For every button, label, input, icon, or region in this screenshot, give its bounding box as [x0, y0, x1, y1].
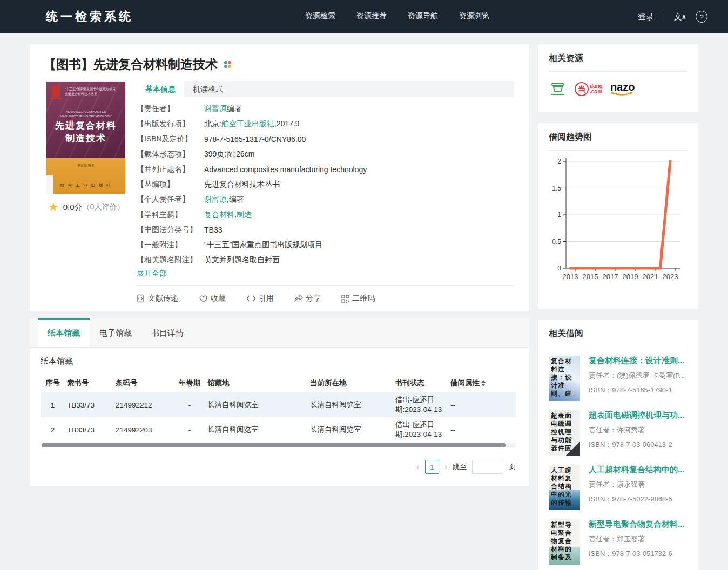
related-book-title[interactable]: 超表面电磁调控机理与功...: [589, 410, 687, 420]
nav-item-2[interactable]: 资源导航: [408, 11, 438, 21]
book-thumbnail[interactable]: 复合材料连接：设计准则、建: [549, 356, 580, 401]
amazon-icon[interactable]: nazo: [610, 81, 642, 97]
field-row: 【责任者】谢富原编著: [137, 101, 514, 117]
svg-text:2013: 2013: [563, 273, 578, 281]
field-value: 复合材料,制造: [204, 210, 252, 220]
login-link[interactable]: 登录: [638, 12, 654, 22]
language-icon[interactable]: 文A: [674, 12, 686, 22]
holdings-tab-0[interactable]: 纸本馆藏: [38, 318, 90, 347]
quote-icon: [246, 295, 256, 302]
action-二维码[interactable]: 二维码: [341, 294, 375, 303]
field-text: 先进复合材料技术丛书: [204, 180, 280, 188]
field-link[interactable]: 谢富原: [204, 104, 227, 113]
table-header: 索书号: [65, 374, 113, 392]
expand-all-link[interactable]: 展开全部: [137, 269, 167, 279]
page-title: 【图书】先进复合材料制造技术: [44, 56, 514, 73]
scrollbar-thumb[interactable]: [42, 443, 506, 447]
related-book-isbn: ISBN：978-7-03-051732-6: [589, 549, 687, 559]
related-book-title[interactable]: 人工超材料复合结构中的...: [589, 465, 687, 475]
prev-page-icon[interactable]: ‹: [416, 462, 419, 472]
related-book-title[interactable]: 新型导电聚合物复合材料...: [589, 519, 687, 530]
doc-transfer-icon: [137, 294, 145, 303]
book-detail-card: 【图书】先进复合材料制造技术 “十三五”国家重点图书出版规划项目先进复合材料技术…: [30, 44, 529, 311]
field-label: 【丛编项】: [137, 180, 204, 189]
field-label: 【中图法分类号】: [137, 225, 204, 235]
detail-tab-1[interactable]: 机读格式: [184, 81, 232, 97]
action-label: 引用: [259, 294, 274, 303]
field-row: 【相关题名附注】英文并列题名取自封面: [137, 253, 514, 268]
action-收藏[interactable]: 收藏: [199, 294, 226, 303]
field-link[interactable]: 航空工业出版社: [221, 119, 274, 128]
holdings-tab-1[interactable]: 电子馆藏: [90, 318, 141, 347]
field-row: 【并列正题名】Advanced composites manufacturing…: [137, 162, 514, 177]
related-borrow-card: 相关借阅 复合材料连接：设计准则、建复合材料连接：设计准则...责任者：(澳)佩…: [538, 320, 698, 570]
field-link[interactable]: 制造: [237, 210, 252, 219]
field-label: 【个人责任者】: [137, 195, 204, 205]
field-label: 【一般附注】: [137, 240, 204, 250]
field-link[interactable]: 谢富原: [204, 195, 227, 203]
action-label: 文献传递: [148, 294, 178, 303]
table-cell: TB33/73: [65, 392, 113, 417]
table-header: 书刊状态: [393, 374, 448, 392]
star-icon[interactable]: ★: [48, 202, 59, 213]
svg-text:0.5: 0.5: [552, 238, 561, 246]
svg-text:2019: 2019: [623, 273, 638, 281]
next-page-icon[interactable]: ›: [444, 462, 447, 472]
detail-tab-0[interactable]: 基本信息: [137, 81, 184, 97]
douban-icon[interactable]: [549, 80, 567, 98]
field-value: 978-7-5165-1317-0/CNY86.00: [204, 135, 306, 144]
page-number[interactable]: 1: [425, 460, 439, 474]
field-row: 【丛编项】先进复合材料技术丛书: [137, 177, 514, 192]
svg-text:2: 2: [557, 158, 561, 165]
action-引用[interactable]: 引用: [246, 294, 274, 303]
clover-icon[interactable]: [223, 60, 232, 69]
field-text: “十三五”国家重点图书出版规划项目: [204, 240, 322, 249]
svg-text:0: 0: [557, 264, 561, 272]
nav-item-0[interactable]: 资源检索: [305, 11, 335, 21]
action-文献传递[interactable]: 文献传递: [137, 294, 178, 303]
related-resources-card: 相关资源 当 dang.com nazo: [538, 44, 698, 112]
nav-item-1[interactable]: 资源推荐: [356, 11, 387, 21]
field-text: ,编著: [227, 195, 244, 203]
field-link[interactable]: 复合材料: [204, 210, 234, 219]
table-row: 2TB33/73214992203-长清自科阅览室长清自科阅览室借出-应还日期:…: [41, 417, 516, 442]
related-book-title[interactable]: 复合材料连接：设计准则...: [589, 356, 687, 366]
related-borrow-item: 新型导电聚合物复合材料的制备及新型导电聚合物复合材料...责任者：郑玉婴著ISB…: [549, 519, 687, 565]
table-row: 1TB33/73214992212-长清自科阅览室长清自科阅览室借出-应还日期:…: [41, 392, 516, 417]
holdings-table: 序号索书号条码号年卷期馆藏地当前所在地书刊状态借阅属性 1TB33/732149…: [41, 374, 516, 442]
field-value: 谢富原编著: [204, 104, 242, 114]
help-icon[interactable]: ?: [696, 11, 707, 23]
top-navigation-bar: 统一检索系统 资源检索资源推荐资源导航资源浏览 登录 文A ?: [0, 0, 728, 33]
nav-item-3[interactable]: 资源浏览: [459, 11, 489, 21]
book-thumbnail[interactable]: 超表面电磁调控机理与功能器件应: [549, 410, 580, 456]
cover-logo: [52, 86, 60, 97]
field-label: 【相关题名附注】: [137, 255, 204, 265]
holdings-tab-2[interactable]: 书目详情: [141, 318, 193, 347]
detail-tabs: 基本信息机读格式: [137, 81, 514, 97]
related-borrow-item: 人工超材料复合结构中的光的传输人工超材料复合结构中的...责任者：康永强著ISB…: [549, 465, 687, 510]
table-header: 年卷期: [174, 374, 205, 392]
page-jump-input[interactable]: [472, 460, 503, 474]
table-cell: 2: [41, 417, 65, 442]
field-label: 【责任者】: [137, 104, 204, 114]
dangdang-icon[interactable]: 当 dang.com: [575, 82, 603, 96]
field-value: “十三五”国家重点图书出版规划项目: [204, 240, 322, 250]
sort-icon[interactable]: [481, 380, 486, 386]
svg-text:1: 1: [557, 211, 561, 219]
holdings-section-title: 纸本馆藏: [41, 356, 518, 367]
action-分享[interactable]: 分享: [294, 294, 321, 303]
book-cover[interactable]: “十三五”国家重点图书出版规划项目先进复合材料技术丛书 ADVANCED COM…: [46, 81, 126, 194]
field-text: 编著: [227, 104, 242, 113]
field-text: 英文并列题名取自封面: [204, 255, 280, 264]
field-value: 英文并列题名取自封面: [204, 255, 280, 265]
jump-label: 跳至: [453, 462, 467, 472]
field-row: 【个人责任者】谢富原,编著: [137, 192, 514, 207]
field-value: 谢富原,编著: [204, 195, 244, 205]
field-label: 【并列正题名】: [137, 165, 204, 174]
table-cell: --: [448, 417, 516, 442]
table-cell: 长清自科阅览室: [205, 392, 308, 417]
book-thumbnail[interactable]: 人工超材料复合结构中的光的传输: [549, 465, 580, 510]
action-label: 分享: [306, 294, 321, 303]
book-thumbnail[interactable]: 新型导电聚合物复合材料的制备及: [549, 519, 580, 565]
horizontal-scrollbar[interactable]: [41, 443, 516, 447]
